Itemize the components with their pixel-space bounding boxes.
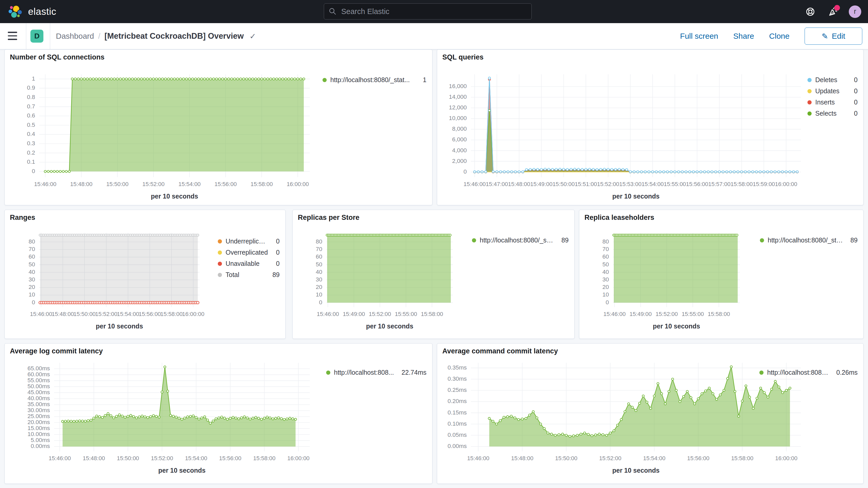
svg-text:16:00:00: 16:00:00 (775, 181, 797, 187)
legend-dot (218, 239, 222, 243)
breadcrumb-separator: / (98, 32, 100, 40)
svg-text:10: 10 (316, 291, 322, 298)
legend-item-http-localhost-808[interactable]: http://localhost:808...22.74ms (326, 368, 427, 377)
svg-text:80: 80 (602, 238, 609, 245)
legend-item-inserts[interactable]: Inserts0 (807, 98, 858, 106)
legend-value: 0 (272, 249, 280, 256)
svg-text:55.00ms: 55.00ms (28, 377, 50, 384)
chart-replica-leaseholders[interactable]: 0102030405060708015:46:0015:49:0015:52:0… (579, 210, 863, 339)
breadcrumb-dashboard-link[interactable]: Dashboard (56, 32, 94, 40)
legend-value: 0.26ms (833, 369, 858, 376)
svg-text:4,000: 4,000 (452, 147, 467, 154)
legend-item-updates[interactable]: Updates0 (807, 87, 858, 95)
svg-text:60.00ms: 60.00ms (28, 371, 50, 377)
legend-label: Underreplicated (225, 238, 269, 245)
top-bar: elastic (0, 0, 868, 23)
space-badge[interactable]: D (30, 30, 43, 42)
svg-text:0.35ms: 0.35ms (447, 364, 467, 371)
legend-item-unavailable[interactable]: Unavailable0 (218, 259, 280, 268)
svg-text:10,000: 10,000 (449, 115, 467, 121)
panel-replica-leaseholders: Replica leaseholders0102030405060708015:… (579, 210, 864, 339)
legend-label: Selects (815, 110, 837, 117)
divider (26, 23, 26, 49)
legend-item-overreplicated[interactable]: Overreplicated0 (218, 248, 280, 257)
panel-sql-queries: SQL queries02,0004,0006,0008,00010,00012… (437, 49, 864, 205)
svg-text:5.00ms: 5.00ms (31, 437, 50, 443)
menu-button[interactable] (8, 30, 20, 42)
search-input[interactable] (341, 7, 527, 16)
edit-button-label: Edit (832, 32, 845, 40)
svg-text:15:52:00: 15:52:00 (151, 455, 173, 461)
svg-text:15:56:00: 15:56:00 (219, 455, 241, 461)
global-search[interactable] (324, 3, 532, 20)
legend-label: http://localhost:8080... (767, 369, 829, 376)
svg-text:15:48:00: 15:48:00 (508, 181, 530, 187)
svg-text:0.3: 0.3 (27, 140, 35, 147)
legend-item-http-localhost-8080-sta[interactable]: http://localhost:8080/_sta...89 (760, 236, 858, 245)
svg-text:2,000: 2,000 (452, 158, 467, 164)
svg-text:10: 10 (602, 291, 609, 298)
share-button[interactable]: Share (733, 32, 754, 40)
legend-value: 0 (272, 238, 280, 245)
chart-number-of-sql-connections[interactable]: 00.10.20.30.40.50.60.70.80.9115:46:0015:… (5, 50, 432, 205)
svg-text:15:54:00: 15:54:00 (185, 455, 207, 461)
chart-legend: Deletes0Updates0Inserts0Selects0 (807, 75, 858, 118)
panel-average-command-commit-latency: Average command commit latency0.00ms0.05… (437, 343, 864, 484)
svg-text:10: 10 (29, 291, 35, 298)
legend-item-deletes[interactable]: Deletes0 (807, 75, 858, 84)
svg-text:15:52:00: 15:52:00 (599, 455, 621, 461)
svg-text:15:55:00: 15:55:00 (664, 181, 686, 187)
svg-text:15:58:00: 15:58:00 (253, 455, 276, 461)
svg-text:per 10 seconds: per 10 seconds (366, 323, 413, 330)
divider (50, 23, 50, 49)
svg-text:35.00ms: 35.00ms (28, 401, 50, 407)
panel-title: Ranges (10, 214, 35, 222)
edit-button[interactable]: ✎ Edit (805, 28, 862, 45)
legend-value: 22.74ms (398, 369, 427, 376)
legend-item-http-localhost-8080[interactable]: http://localhost:8080...0.26ms (760, 368, 858, 377)
user-avatar[interactable]: r (849, 5, 861, 18)
legend-item-underreplicated[interactable]: Underreplicated0 (218, 237, 280, 246)
svg-text:per 10 seconds: per 10 seconds (151, 192, 198, 200)
svg-text:30.00ms: 30.00ms (28, 407, 50, 414)
svg-text:0.30ms: 0.30ms (447, 375, 467, 382)
full-screen-button[interactable]: Full screen (680, 32, 718, 40)
whats-new-button[interactable] (827, 5, 839, 18)
svg-text:20: 20 (602, 284, 609, 290)
svg-text:15:50:00: 15:50:00 (73, 311, 96, 317)
svg-text:25.00ms: 25.00ms (28, 413, 50, 419)
legend-label: Inserts (815, 98, 835, 106)
svg-text:15:55:00: 15:55:00 (395, 311, 417, 317)
panel-title: Average command commit latency (442, 347, 558, 355)
legend-label: Total (225, 271, 239, 279)
chart-average-command-commit-latency[interactable]: 0.00ms0.05ms0.10ms0.15ms0.20ms0.25ms0.30… (437, 343, 863, 484)
panel-ranges: Ranges0102030405060708015:46:0015:48:001… (4, 210, 286, 339)
legend-item-total[interactable]: Total89 (218, 271, 280, 279)
legend-value: 89 (847, 237, 858, 244)
svg-text:16:00:00: 16:00:00 (287, 455, 310, 461)
panel-title: Replica leaseholders (585, 214, 654, 222)
life-ring-icon (805, 6, 816, 17)
chart-average-log-commit-latency[interactable]: 0.00ms5.00ms10.00ms15.00ms20.00ms25.00ms… (5, 343, 432, 484)
kibana-dashboard-page: { "topbar": { "brand": "elastic", "searc… (0, 0, 868, 488)
panel-title: Replicas per Store (298, 214, 360, 222)
legend-label: Unavailable (225, 260, 259, 267)
svg-text:16:00:00: 16:00:00 (182, 311, 205, 317)
svg-text:0.8: 0.8 (27, 94, 35, 100)
legend-dot (218, 262, 222, 266)
svg-text:15:58:00: 15:58:00 (250, 181, 273, 187)
svg-text:0: 0 (319, 299, 322, 306)
legend-item-http-localhost-8080-stat[interactable]: http://localhost:8080/_stat...1 (322, 75, 427, 84)
svg-text:15:52:00: 15:52:00 (143, 181, 165, 187)
help-button[interactable] (804, 5, 816, 18)
legend-item-selects[interactable]: Selects0 (807, 109, 858, 118)
svg-text:15:54:00: 15:54:00 (641, 181, 664, 187)
elastic-logo-icon (7, 4, 23, 20)
legend-item-http-localhost-8080-sta[interactable]: http://localhost:8080/_sta...89 (472, 236, 569, 245)
svg-text:15:46:00: 15:46:00 (34, 181, 56, 187)
elastic-logo[interactable]: elastic (7, 0, 56, 23)
title-check-icon[interactable]: ✓ (249, 32, 256, 41)
chart-sql-queries[interactable]: 02,0004,0006,0008,00010,00012,00014,0001… (437, 50, 863, 205)
chart-replicas-per-store[interactable]: 0102030405060708015:46:0015:49:0015:52:0… (292, 210, 574, 339)
clone-button[interactable]: Clone (769, 32, 789, 40)
